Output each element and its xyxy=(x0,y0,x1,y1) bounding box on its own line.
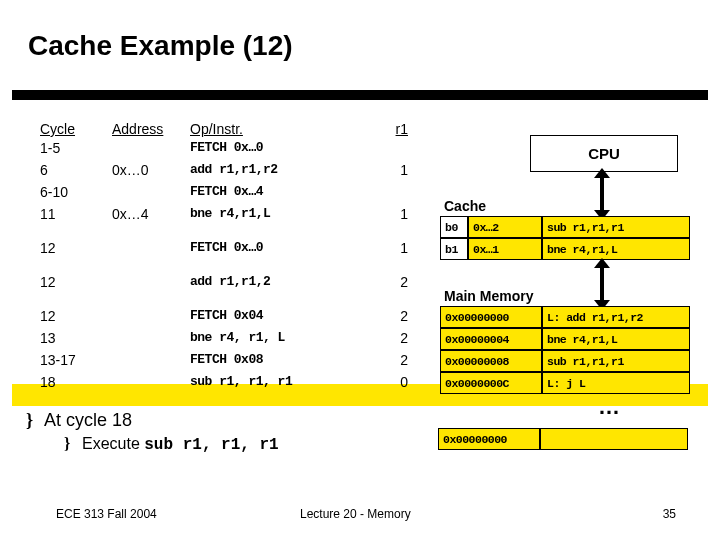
mem-row3-instr: L: j L xyxy=(542,372,690,394)
mem-row1-instr: bne r4,r1,L xyxy=(542,328,690,350)
bullet-icon: } xyxy=(64,435,82,453)
trace-cell xyxy=(384,140,408,162)
arrow-cpu-cache xyxy=(600,172,604,214)
trace-cell: sub r1, r1, r1 xyxy=(190,374,380,396)
trace-hdr-cycle: Cycle xyxy=(40,118,100,140)
cache-row1-addr: 0x…1 xyxy=(468,238,542,260)
trace-cell: FETCH 0x…0 xyxy=(190,240,380,262)
bullet-block: }At cycle 18 }Execute sub r1, r1, r1 xyxy=(26,410,279,454)
cache-row0-instr: sub r1,r1,r1 xyxy=(542,216,690,238)
arrow-cache-mem xyxy=(600,262,604,304)
trace-cell xyxy=(384,184,408,206)
trace-cell: 18 xyxy=(40,374,100,396)
cache-label: Cache xyxy=(444,198,486,214)
trace-cell xyxy=(112,308,182,330)
arrow-head-up2 xyxy=(594,258,610,268)
memory-label: Main Memory xyxy=(444,288,533,304)
trace-cell: add r1,r1,2 xyxy=(190,274,380,296)
mem-row0-instr: L: add r1,r1,r2 xyxy=(542,306,690,328)
trace-cell: 2 xyxy=(384,274,408,296)
trace-cell: 1 xyxy=(384,162,408,184)
mem-row0-addr: 0x00000000 xyxy=(440,306,542,328)
trace-cell xyxy=(112,330,182,352)
trace-cell xyxy=(112,352,182,374)
cache-row0-addr: 0x…2 xyxy=(468,216,542,238)
cpu-box: CPU xyxy=(530,135,678,172)
bullet-icon: } xyxy=(26,410,44,431)
bullet1-text: At cycle 18 xyxy=(44,410,132,430)
footer-right: 35 xyxy=(663,507,676,521)
trace-cell xyxy=(112,240,182,262)
trace-cell: bne r4,r1,L xyxy=(190,206,380,228)
bullet2-prefix: Execute xyxy=(82,435,144,452)
trace-cell: FETCH 0x08 xyxy=(190,352,380,374)
trace-hdr-addr: Address xyxy=(112,118,182,140)
mem-row3-addr: 0x0000000C xyxy=(440,372,542,394)
trace-cell: bne r4, r1, L xyxy=(190,330,380,352)
trace-cell: 1 xyxy=(384,240,408,262)
trace-hdr-op: Op/Instr. xyxy=(190,118,380,140)
trace-cell: 1 xyxy=(384,206,408,228)
trace-cell: FETCH 0x04 xyxy=(190,308,380,330)
trace-cell: 2 xyxy=(384,352,408,374)
arrow-head-up xyxy=(594,168,610,178)
trace-cell: 0x…4 xyxy=(112,206,182,228)
trace-cell xyxy=(112,140,182,162)
trace-cell: 6-10 xyxy=(40,184,100,206)
title-rule xyxy=(12,90,708,100)
trace-cell: FETCH 0x…0 xyxy=(190,140,380,162)
trace-hdr-r1: r1 xyxy=(384,118,408,140)
footer-left: ECE 313 Fall 2004 xyxy=(56,507,157,521)
trace-cell: 11 xyxy=(40,206,100,228)
trace-cell xyxy=(112,274,182,296)
trace-cell: add r1,r1,r2 xyxy=(190,162,380,184)
trace-cell: 0 xyxy=(384,374,408,396)
mem-data-addr: 0x00000000 xyxy=(438,428,540,450)
trace-cell: 12 xyxy=(40,240,100,262)
bullet2-code: sub r1, r1, r1 xyxy=(144,436,278,454)
trace-cell: 13 xyxy=(40,330,100,352)
trace-cell: 12 xyxy=(40,308,100,330)
trace-cell: 0x…0 xyxy=(112,162,182,184)
cache-row0-tag: b0 xyxy=(440,216,468,238)
mem-row1-addr: 0x00000004 xyxy=(440,328,542,350)
mem-row2-addr: 0x00000008 xyxy=(440,350,542,372)
trace-cell: 12 xyxy=(40,274,100,296)
trace-cell xyxy=(112,374,182,396)
trace-cell xyxy=(112,184,182,206)
trace-cell: 2 xyxy=(384,330,408,352)
mem-data-val xyxy=(540,428,688,450)
trace-cell: 6 xyxy=(40,162,100,184)
cache-row1-tag: b1 xyxy=(440,238,468,260)
cache-row1-instr: bne r4,r1,L xyxy=(542,238,690,260)
memory-ellipsis: … xyxy=(598,394,624,420)
trace-cell: 2 xyxy=(384,308,408,330)
trace-cell: 13-17 xyxy=(40,352,100,374)
trace-cell: FETCH 0x…4 xyxy=(190,184,380,206)
mem-row2-instr: sub r1,r1,r1 xyxy=(542,350,690,372)
slide-title: Cache Example (12) xyxy=(28,30,293,62)
trace-cell: 1-5 xyxy=(40,140,100,162)
footer-mid: Lecture 20 - Memory xyxy=(300,507,411,521)
